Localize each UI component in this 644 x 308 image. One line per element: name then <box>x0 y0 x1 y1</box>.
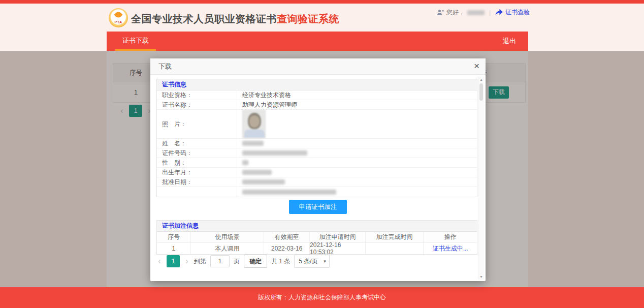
cert-generating-link[interactable]: 证书生成中... <box>433 244 468 253</box>
field-value-redacted <box>237 187 477 197</box>
col-complete-time: 加注完成时间 <box>366 232 424 243</box>
cert-row-gender: 性 别： <box>157 158 477 168</box>
field-label: 职业资格： <box>157 90 237 100</box>
page-title-accent: 查询验证系统 <box>277 13 339 24</box>
field-value <box>237 110 477 138</box>
logo-text: PTA <box>109 20 128 24</box>
modal-titlebar: 下载 × <box>150 58 486 75</box>
download-modal: 下载 × 证书信息 职业资格： 经济专业技术资格 证书名称： 助理人力资源管理师… <box>150 58 486 281</box>
annotation-section-title: 证书加注信息 <box>157 221 477 232</box>
annotation-pagination: ‹ 1 › 到第 页 确定 共 1 条 5 条/页▾ <box>156 255 330 268</box>
field-label: 批准日期： <box>157 177 237 187</box>
chevron-down-icon: ▾ <box>324 255 326 267</box>
field-label: 性 别： <box>157 158 237 167</box>
tab-cert-download[interactable]: 证书下载 <box>115 32 156 51</box>
field-value-redacted <box>237 139 477 148</box>
cert-info-section: 证书信息 职业资格： 经济专业技术资格 证书名称： 助理人力资源管理师 照 片： <box>156 79 477 197</box>
cell-valid-until: 2022-03-16 <box>264 243 310 254</box>
user-name-redacted <box>467 10 485 15</box>
id-photo <box>242 110 266 138</box>
col-action: 操作 <box>424 232 477 243</box>
annotation-section: 证书加注信息 序号 使用场景 有效期至 加注申请时间 加注完成时间 操作 1 本… <box>156 220 477 255</box>
field-value-redacted <box>237 158 477 167</box>
field-value: 经济专业技术资格 <box>237 90 477 100</box>
photo-body-shape <box>244 130 265 138</box>
main-nav: 证书下载 退出 <box>107 32 528 51</box>
field-label: 照 片： <box>157 110 237 138</box>
top-red-strip <box>0 0 644 4</box>
col-seq: 序号 <box>157 232 191 243</box>
field-value-redacted <box>237 177 477 187</box>
confirm-button[interactable]: 确定 <box>244 255 267 268</box>
cert-verify-link[interactable]: 证书查验 <box>505 8 530 17</box>
close-icon[interactable]: × <box>474 58 479 74</box>
field-label: 证书名称： <box>157 100 237 109</box>
page-size-select[interactable]: 5 条/页▾ <box>294 255 329 268</box>
cert-row-fullname: 姓 名： <box>157 139 477 148</box>
page-size-value: 5 条/页 <box>299 258 317 265</box>
scroll-up-icon[interactable]: ▲ <box>478 78 484 81</box>
logo-flame-icon <box>114 11 123 19</box>
goto-label: 到第 <box>194 257 206 266</box>
cell-usage-scene: 本人调用 <box>191 243 265 254</box>
photo-face-shape <box>249 115 260 128</box>
page-number-button[interactable]: 1 <box>167 255 180 267</box>
total-count-label: 共 1 条 <box>271 257 290 266</box>
field-value-redacted <box>237 148 477 158</box>
scrollbar-thumb[interactable] <box>479 83 483 101</box>
modal-title: 下载 <box>158 58 172 75</box>
field-value-redacted <box>237 168 477 177</box>
cert-row-birth: 出生年月： <box>157 168 477 177</box>
cert-row-id-number: 证件号码： <box>157 148 477 158</box>
cert-row-name: 证书名称： 助理人力资源管理师 <box>157 100 477 110</box>
annotation-table-row: 1 本人调用 2022-03-16 2021-12-16 10:53:02 证书… <box>157 243 477 254</box>
col-valid-until: 有效期至 <box>264 232 310 243</box>
page-footer: 版权所有：人力资源和社会保障部人事考试中心 <box>0 287 644 308</box>
page-unit-label: 页 <box>234 257 240 266</box>
goto-page-input[interactable] <box>210 255 230 267</box>
cell-complete-time <box>366 243 424 254</box>
field-label: 姓 名： <box>157 139 237 148</box>
cell-action: 证书生成中... <box>424 243 477 254</box>
scroll-down-icon[interactable]: ▼ <box>478 275 484 279</box>
site-header: PTA 全国专业技术人员职业资格证书查询验证系统 您好， | 证书查验 <box>0 4 644 32</box>
cert-row-approval-date: 批准日期： <box>157 177 477 187</box>
cell-seq: 1 <box>157 243 191 254</box>
cert-row-photo: 照 片： <box>157 110 477 139</box>
col-usage-scene: 使用场景 <box>191 232 265 243</box>
certificate-verification-page: PTA 全国专业技术人员职业资格证书查询验证系统 您好， | 证书查验 证书下载… <box>0 0 644 308</box>
user-icon <box>437 9 444 16</box>
cell-apply-time: 2021-12-16 10:53:02 <box>310 243 366 254</box>
cert-row-qualification: 职业资格： 经济专业技术资格 <box>157 90 477 100</box>
pta-logo: PTA <box>109 8 128 27</box>
field-label <box>157 187 237 197</box>
separator: | <box>489 9 491 16</box>
copyright-text: 版权所有：人力资源和社会保障部人事考试中心 <box>0 287 644 308</box>
page-title: 全国专业技术人员职业资格证书查询验证系统 <box>131 12 339 26</box>
cert-row-extra <box>157 187 477 197</box>
page-title-main: 全国专业技术人员职业资格证书 <box>131 13 277 24</box>
modal-scrollbar[interactable]: ▲ ▼ <box>478 77 484 280</box>
field-label: 证件号码： <box>157 148 237 158</box>
field-value: 助理人力资源管理师 <box>237 100 477 109</box>
field-label: 出生年月： <box>157 168 237 177</box>
share-arrow-icon <box>495 9 503 16</box>
next-page-icon[interactable]: › <box>184 257 190 266</box>
prev-page-icon[interactable]: ‹ <box>156 257 163 266</box>
apply-annotation-button[interactable]: 申请证书加注 <box>289 200 347 214</box>
greeting-text: 您好， <box>446 8 465 17</box>
user-info-bar: 您好， | 证书查验 <box>437 8 530 17</box>
logout-button[interactable]: 退出 <box>503 32 516 51</box>
cert-info-section-title: 证书信息 <box>157 79 477 90</box>
